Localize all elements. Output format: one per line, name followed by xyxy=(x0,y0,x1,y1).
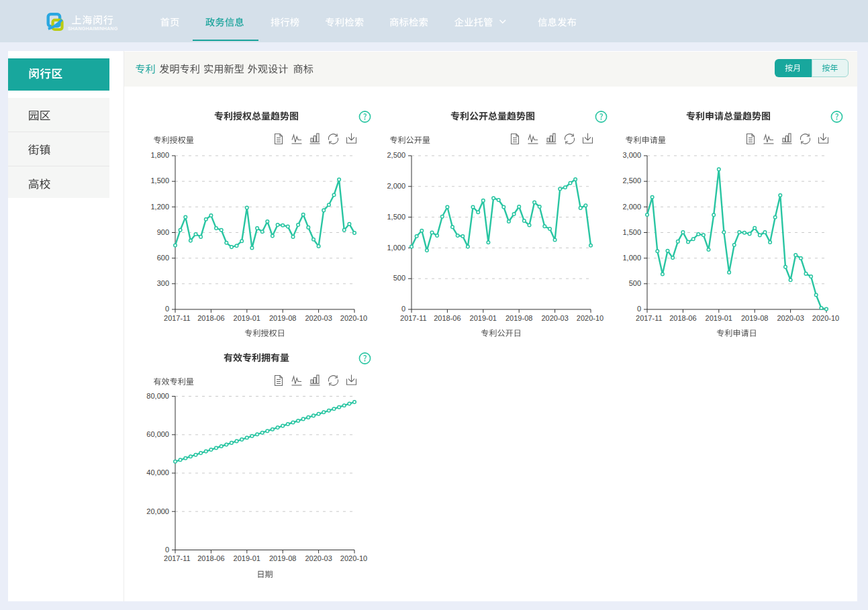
svg-text:300: 300 xyxy=(157,279,169,287)
svg-text:2019-01: 2019-01 xyxy=(234,554,260,562)
svg-text:900: 900 xyxy=(157,228,169,236)
svg-text:2019-01: 2019-01 xyxy=(234,314,260,322)
svg-text:2020-03: 2020-03 xyxy=(305,554,332,562)
svg-text:2017-11: 2017-11 xyxy=(164,314,191,322)
svg-text:0: 0 xyxy=(165,546,169,554)
svg-text:1,000: 1,000 xyxy=(622,254,641,262)
svg-text:2,500: 2,500 xyxy=(387,151,405,159)
svg-text:2,500: 2,500 xyxy=(622,176,641,185)
svg-text:2,000: 2,000 xyxy=(622,203,641,211)
svg-text:2019-08: 2019-08 xyxy=(505,314,532,322)
svg-text:2019-08: 2019-08 xyxy=(741,314,768,322)
svg-text:1,000: 1,000 xyxy=(387,244,405,252)
svg-text:20,000: 20,000 xyxy=(146,507,169,515)
svg-text:2018-06: 2018-06 xyxy=(434,314,461,322)
svg-text:1,500: 1,500 xyxy=(387,213,405,221)
svg-text:2020-03: 2020-03 xyxy=(777,314,804,322)
svg-text:2020-10: 2020-10 xyxy=(340,554,367,562)
svg-text:2020-03: 2020-03 xyxy=(541,314,568,322)
svg-text:40,000: 40,000 xyxy=(146,468,169,476)
svg-text:0: 0 xyxy=(637,305,641,313)
svg-text:2019-08: 2019-08 xyxy=(269,314,296,322)
svg-text:2020-10: 2020-10 xyxy=(577,314,604,322)
svg-text:2017-11: 2017-11 xyxy=(636,314,663,322)
svg-text:2018-06: 2018-06 xyxy=(197,314,224,322)
svg-text:500: 500 xyxy=(629,279,641,287)
svg-text:2018-06: 2018-06 xyxy=(197,554,224,562)
svg-text:SHANGHAIMINHANG: SHANGHAIMINHANG xyxy=(68,26,118,32)
svg-text:2017-11: 2017-11 xyxy=(164,554,191,562)
svg-text:1,500: 1,500 xyxy=(150,176,169,185)
svg-text:2,000: 2,000 xyxy=(387,182,405,190)
svg-text:60,000: 60,000 xyxy=(146,430,169,438)
svg-text:0: 0 xyxy=(165,305,169,313)
svg-text:2020-03: 2020-03 xyxy=(305,314,332,322)
svg-text:1,800: 1,800 xyxy=(150,151,169,159)
svg-text:500: 500 xyxy=(393,274,405,282)
svg-text:1,500: 1,500 xyxy=(622,228,641,236)
svg-text:2020-10: 2020-10 xyxy=(812,314,839,322)
svg-text:2020-10: 2020-10 xyxy=(340,314,367,322)
svg-text:2017-11: 2017-11 xyxy=(400,314,427,322)
svg-text:2018-06: 2018-06 xyxy=(669,314,696,322)
svg-text:2019-01: 2019-01 xyxy=(470,314,497,322)
svg-text:2019-08: 2019-08 xyxy=(269,554,296,562)
svg-text:600: 600 xyxy=(157,254,169,262)
svg-text:1,200: 1,200 xyxy=(150,203,169,211)
svg-text:2019-01: 2019-01 xyxy=(706,314,732,322)
svg-text:0: 0 xyxy=(401,305,405,313)
svg-text:3,000: 3,000 xyxy=(622,151,641,159)
svg-text:80,000: 80,000 xyxy=(146,392,169,400)
